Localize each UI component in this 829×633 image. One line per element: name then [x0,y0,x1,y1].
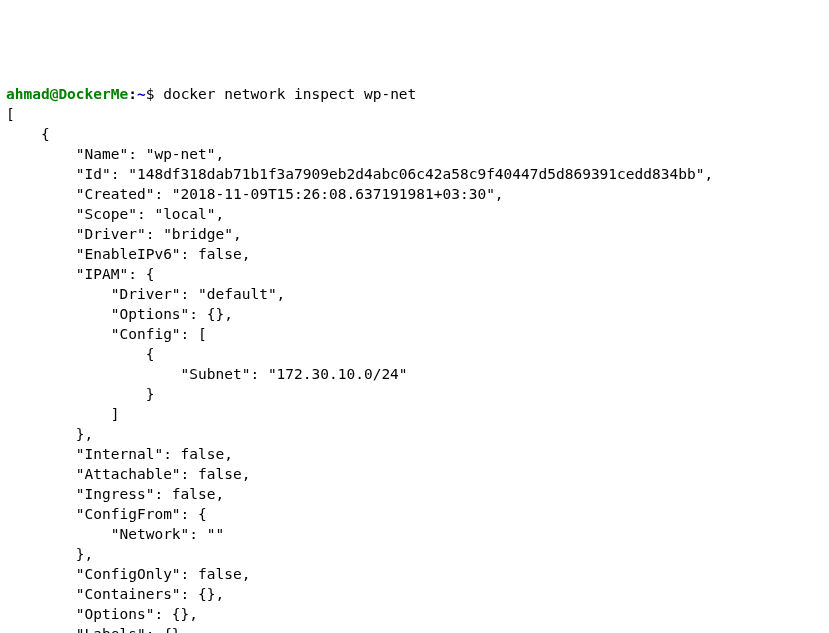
prompt-colon: : [128,86,137,102]
prompt-dollar: $ [146,86,163,102]
command-text: docker network inspect wp-net [163,86,416,102]
command-output: [ { "Name": "wp-net", "Id": "148df318dab… [6,106,713,633]
prompt-user: ahmad [6,86,50,102]
prompt-path: ~ [137,86,146,102]
prompt-host: DockerMe [58,86,128,102]
prompt: ahmad@DockerMe:~$ [6,86,163,102]
terminal[interactable]: ahmad@DockerMe:~$ docker network inspect… [6,84,823,633]
